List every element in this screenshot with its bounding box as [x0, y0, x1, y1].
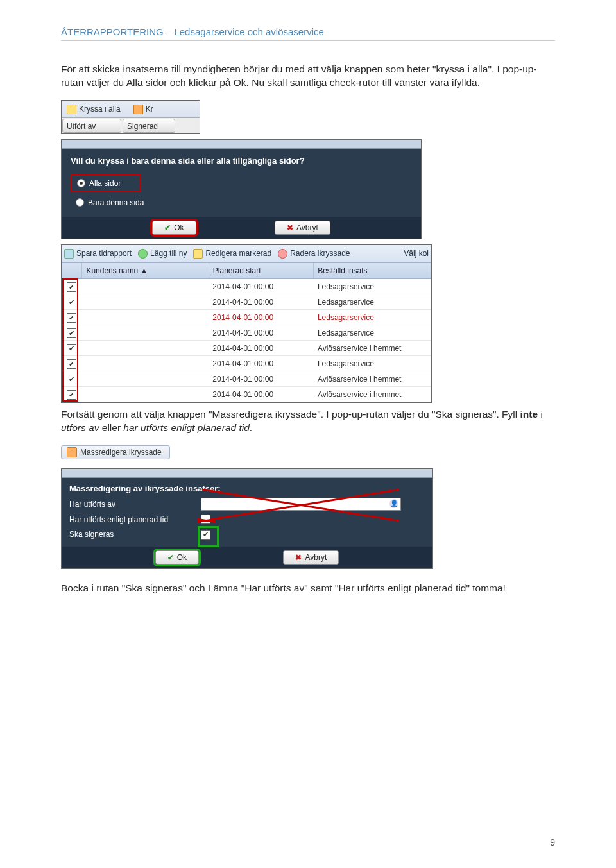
- cell-start: 2014-04-01 00:00: [209, 343, 314, 353]
- mass-ok-label: Ok: [177, 552, 187, 563]
- cancel-button[interactable]: ✖ Avbryt: [275, 221, 330, 235]
- screenshot-confirm-dialog: Vill du kryssa i bara denna sida eller a…: [61, 139, 422, 239]
- har-utforts-av-input[interactable]: 👤: [201, 498, 401, 511]
- table-row[interactable]: ✔2014-04-01 00:00Ledsagarservice: [62, 279, 431, 294]
- cell-insats: Ledsagarservice: [314, 282, 431, 292]
- x-icon: ✖: [295, 552, 302, 563]
- table-row[interactable]: ✔2014-04-01 00:00Avlösarservice i hemmet: [62, 387, 431, 402]
- check-icon: ✔: [164, 223, 171, 233]
- kr-label: Kr: [146, 104, 153, 114]
- user-icon[interactable]: 👤: [389, 499, 398, 508]
- row-checkbox[interactable]: ✔: [67, 313, 76, 323]
- row-checkbox[interactable]: ✔: [67, 344, 76, 353]
- edit-icon: [193, 249, 203, 259]
- table-row[interactable]: ✔2014-04-01 00:00Avlösarservice i hemmet: [62, 371, 431, 387]
- col-utfort[interactable]: Utfört av: [62, 119, 121, 133]
- row-checkbox[interactable]: ✔: [67, 359, 76, 369]
- cell-insats: Ledsagarservice: [314, 312, 431, 323]
- table-row[interactable]: ✔2014-04-01 00:00Ledsagarservice: [62, 294, 431, 310]
- cell-insats: Avlösarservice i hemmet: [314, 343, 431, 353]
- cell-start: 2014-04-01 00:00: [209, 297, 314, 307]
- paragraph-2: Fortsätt genom att välja knappen "Massre…: [61, 408, 555, 435]
- cell-start: 2014-04-01 00:00: [209, 389, 314, 400]
- cell-start: 2014-04-01 00:00: [209, 359, 314, 369]
- cell-start: 2014-04-01 00:00: [209, 282, 314, 292]
- red-x-annotation-2: [197, 515, 216, 525]
- cell-start: 2014-04-01 00:00: [209, 374, 314, 384]
- cell-start: 2014-04-01 00:00: [209, 328, 314, 338]
- screenshot-mass-dialog: Massredigering av ikryssade insatser: Ha…: [61, 468, 433, 569]
- dialog-question: Vill du kryssa i bara denna sida eller a…: [62, 149, 421, 172]
- brush-icon: [67, 447, 77, 457]
- kryssa-i-alla-button[interactable]: Kryssa i alla: [64, 104, 123, 114]
- paragraph-1: För att skicka insatserna till myndighet…: [61, 63, 555, 90]
- row-checkbox[interactable]: ✔: [67, 375, 76, 384]
- massredigera-button[interactable]: Massredigera ikryssade: [61, 445, 170, 459]
- cell-insats: Avlösarservice i hemmet: [314, 374, 431, 384]
- col-insats[interactable]: Beställd insats: [314, 263, 431, 278]
- row-checkbox[interactable]: ✔: [67, 390, 76, 400]
- doc-header: ÅTERRAPPORTERING – Ledsagarservice och a…: [61, 26, 555, 41]
- check-all-icon: [67, 105, 76, 114]
- screenshot-kryssa: Kryssa i alla Kr Utfört av Signerad: [61, 100, 200, 134]
- screenshot-mass-button: Massredigera ikryssade: [61, 445, 170, 459]
- table-row[interactable]: ✔2014-04-01 00:00Avlösarservice i hemmet: [62, 341, 431, 356]
- check-icon: ✔: [167, 552, 174, 563]
- cell-insats: Ledsagarservice: [314, 359, 431, 369]
- cell-start: 2014-04-01 00:00: [209, 312, 314, 323]
- table-row[interactable]: ✔2014-04-01 00:00Ledsagarservice: [62, 325, 431, 341]
- mass-cancel-label: Avbryt: [305, 552, 327, 563]
- mdlg-row2-label: Har utförts enligt planerad tid: [69, 515, 201, 525]
- screenshot-table: Spara tidrapport Lägg till ny Redigera m…: [61, 244, 432, 403]
- radio-bara-denna[interactable]: Bara denna sida: [71, 195, 412, 210]
- ok-button[interactable]: ✔ Ok: [152, 221, 196, 235]
- radio-label-2: Bara denna sida: [88, 198, 144, 208]
- row-checkbox[interactable]: ✔: [67, 298, 76, 307]
- col-signerad[interactable]: Signerad: [123, 119, 175, 133]
- radera-button[interactable]: Radera ikryssade: [278, 248, 350, 259]
- col-name[interactable]: Kundens namn ▲: [82, 263, 209, 278]
- save-icon: [64, 249, 74, 259]
- table-row[interactable]: ✔2014-04-01 00:00Ledsagarservice: [62, 356, 431, 371]
- table-row[interactable]: ✔2014-04-01 00:00Ledsagarservice: [62, 310, 431, 325]
- spara-button[interactable]: Spara tidrapport: [64, 248, 132, 259]
- x-icon: ✖: [287, 223, 293, 233]
- mdlg-row1-label: Har utförts av: [69, 499, 201, 509]
- radio-label-1: Alla sidor: [89, 178, 121, 189]
- green-highlight: [198, 526, 219, 547]
- mdlg-row3-label: Ska signeras: [69, 529, 201, 540]
- ok-label: Ok: [174, 223, 184, 233]
- red-x-annotation: [201, 498, 400, 510]
- delete-icon: [278, 249, 287, 259]
- row-checkbox[interactable]: ✔: [67, 328, 76, 338]
- cell-insats: Ledsagarservice: [314, 297, 431, 307]
- kr-button[interactable]: Kr: [131, 104, 156, 114]
- cell-insats: Avlösarservice i hemmet: [314, 389, 431, 400]
- lagg-till-button[interactable]: Lägg till ny: [138, 248, 187, 259]
- uncheck-icon: [133, 105, 143, 114]
- cell-insats: Ledsagarservice: [314, 328, 431, 338]
- add-icon: [138, 249, 148, 259]
- kryssa-label: Kryssa i alla: [79, 104, 121, 114]
- paragraph-3: Bocka i rutan "Ska signeras" och Lämna "…: [61, 582, 555, 595]
- mass-ok-button[interactable]: ✔ Ok: [155, 550, 199, 565]
- cancel-label: Avbryt: [296, 223, 318, 233]
- col-start[interactable]: Planerad start: [209, 263, 314, 278]
- mass-btn-label: Massredigera ikryssade: [80, 447, 162, 457]
- radio-alla-sidor[interactable]: Alla sidor: [71, 174, 141, 192]
- valj-kol-button[interactable]: Välj kol: [404, 248, 429, 259]
- redigera-button[interactable]: Redigera markerad: [193, 248, 271, 259]
- row-checkbox[interactable]: ✔: [67, 282, 76, 292]
- mass-cancel-button[interactable]: ✖ Avbryt: [283, 550, 339, 565]
